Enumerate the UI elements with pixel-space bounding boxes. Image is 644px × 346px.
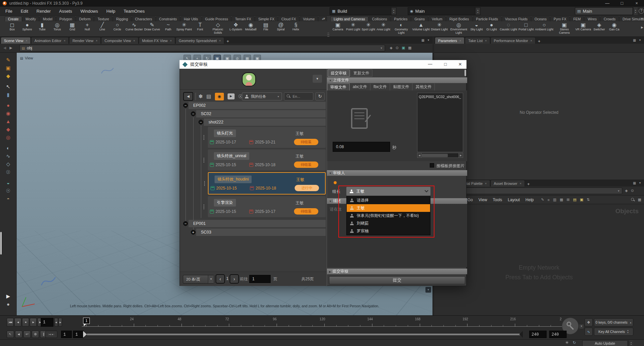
- desktop-spinner[interactable]: ▲▼: [391, 8, 396, 15]
- dialog-close-button[interactable]: ×: [454, 60, 466, 69]
- dialog-search-input[interactable]: En...: [284, 92, 313, 100]
- range-slider-right-handle[interactable]: [519, 331, 523, 338]
- shelf-tool[interactable]: □Portal Light: [518, 21, 535, 37]
- close-tab-icon[interactable]: ×: [133, 39, 135, 42]
- pane-tab[interactable]: Render View×: [69, 37, 101, 44]
- side-tool-icon[interactable]: ◇: [6, 160, 10, 168]
- audio-icon[interactable]: ◄: [15, 331, 22, 338]
- shelf-tool[interactable]: ▣Stereo Camera: [554, 21, 575, 37]
- side-tool-icon[interactable]: ◆: [6, 125, 10, 133]
- transport-button[interactable]: ◀: [14, 318, 21, 327]
- shelf-tool[interactable]: ▦Grid: [65, 21, 80, 37]
- network-tool-icon[interactable]: ✎: [541, 198, 544, 202]
- follow-icon[interactable]: ⊙: [631, 189, 634, 193]
- filter-icon[interactable]: ✽: [199, 93, 203, 99]
- shelf-tab[interactable]: Texture: [94, 16, 112, 21]
- side-tool-icon[interactable]: ●: [7, 101, 10, 109]
- task-card[interactable]: 镜头特效_houdini 王敏 2025-10-15 2025-10-18 进行…: [208, 172, 326, 195]
- shelf-tab[interactable]: Particles: [391, 16, 411, 21]
- shelf-tool[interactable]: ∿Curve Bezier: [125, 21, 143, 37]
- scene-path-field[interactable]: ▤ obj ▼: [19, 45, 385, 51]
- pane-caret-icon[interactable]: ▼: [427, 39, 430, 42]
- shelf-tab[interactable]: Create: [5, 16, 22, 21]
- shelf-tab[interactable]: Cloud FX: [278, 16, 299, 21]
- shelf-tab[interactable]: Rigging: [113, 16, 131, 21]
- side-tool-icon[interactable]: ◎: [6, 133, 10, 141]
- shelf-tool[interactable]: ●GI Light: [484, 21, 499, 37]
- file-type-tab[interactable]: 审核文件: [327, 83, 350, 90]
- side-tool-icon[interactable]: ▮: [7, 91, 9, 99]
- range-start-field-2[interactable]: 1: [73, 331, 84, 338]
- shelf-tab[interactable]: Crowds: [600, 16, 619, 21]
- submit-button[interactable]: 提交: [329, 276, 465, 284]
- shelf-tab[interactable]: Model: [39, 16, 56, 21]
- tab-submit-review[interactable]: 提交审核: [328, 69, 350, 77]
- tree-row-ep001[interactable]: EP001: [189, 220, 326, 227]
- shelf-tool[interactable]: ▲Volume Light: [412, 21, 430, 37]
- side-tool-icon[interactable]: ▲: [6, 117, 11, 125]
- pin-icon[interactable]: ◈: [390, 46, 392, 50]
- shelf-tool[interactable]: ✳Spot Light: [361, 21, 376, 37]
- expand-toggle[interactable]: +: [191, 230, 196, 235]
- dropdown-option[interactable]: 王敏: [347, 204, 430, 212]
- shelf-tab[interactable]: Lights and Cameras: [330, 16, 368, 21]
- task-card[interactable]: 镜头特效_unreal 王敏 2025-10-15 2025-10-18 待组装: [208, 149, 326, 170]
- shelf-tool[interactable]: ◈Switcher: [592, 21, 607, 37]
- viewport-camera-menu[interactable]: ▤ View: [20, 56, 33, 60]
- tree-row-sc03[interactable]: SC03: [196, 229, 326, 236]
- current-frame-field[interactable]: 1: [41, 318, 53, 327]
- side-tool-icon[interactable]: ☉: [6, 168, 10, 176]
- frame-back-button[interactable]: ◀|: [54, 318, 58, 327]
- shelf-tool[interactable]: ❖L-System: [228, 21, 243, 37]
- cook-mode-icon[interactable]: ✳: [565, 340, 569, 345]
- filter-icon[interactable]: ▶: [228, 93, 235, 99]
- shelf-tab[interactable]: Deform: [76, 16, 94, 21]
- network-menu-item[interactable]: View: [478, 198, 487, 202]
- side-tool-icon[interactable]: ◒: [7, 179, 10, 187]
- shelf-tab[interactable]: Simple FX: [255, 16, 278, 21]
- pane-tab[interactable]: Parameters×: [435, 37, 464, 44]
- desktop-selector[interactable]: ▦ Build ▲▼: [330, 7, 396, 15]
- shelf-tab[interactable]: Rigid Bodies: [446, 16, 472, 21]
- forward-nav-icon[interactable]: ▶: [9, 46, 12, 50]
- shelf-tool[interactable]: ▣VR Camera: [575, 21, 592, 37]
- main-spinner[interactable]: ▲▼: [475, 8, 480, 15]
- timeline-ruler[interactable]: 244872961201441681922162 1: [62, 316, 562, 330]
- shelf-tab[interactable]: Viscous Fluids: [502, 16, 531, 21]
- upload-section-header[interactable]: ▼上传文件: [327, 77, 467, 83]
- pane-tab[interactable]: Motion FX View×: [139, 37, 175, 44]
- close-tab-icon[interactable]: ×: [170, 39, 172, 42]
- collapse-toggle[interactable]: −: [199, 120, 203, 124]
- network-search-icon[interactable]: [631, 198, 635, 202]
- side-tool-icon[interactable]: ◐: [7, 144, 10, 152]
- file-type-tab[interactable]: abc文件: [350, 83, 370, 90]
- network-tool-icon[interactable]: ▣: [580, 198, 583, 202]
- my-tasks-dropdown[interactable]: 我的任务 ▾: [242, 92, 282, 100]
- shelf-tab[interactable]: Polygon: [56, 16, 75, 21]
- close-tab-icon[interactable]: ×: [485, 39, 487, 42]
- shelf-tool[interactable]: ◌Caustic Light: [499, 21, 518, 37]
- keys-info-box[interactable]: 0 keys, 0/0 channels▲: [594, 318, 633, 326]
- network-menu-item[interactable]: Go: [467, 198, 473, 202]
- close-button[interactable]: ×: [629, 0, 644, 7]
- refresh-button[interactable]: ↻: [315, 92, 325, 100]
- duration-input[interactable]: 0.08: [333, 142, 390, 152]
- update-mode-selector[interactable]: Auto Update: [582, 340, 628, 346]
- shelf-tab[interactable]: Grains: [411, 16, 428, 21]
- left-edge-scrollbar[interactable]: [0, 232, 2, 255]
- pane-menu-icon[interactable]: ▦: [633, 181, 636, 185]
- dialog-minimize-button[interactable]: —: [425, 60, 435, 69]
- shelf-tool[interactable]: TFont: [193, 21, 208, 37]
- shelf-tab[interactable]: Pyro FX: [550, 16, 570, 21]
- reviewer-section-header[interactable]: ▼审核人: [327, 170, 467, 176]
- shelf-tool[interactable]: ◎Environment Light: [448, 21, 469, 37]
- dropdown-option[interactable]: 罗宸楠: [347, 227, 430, 235]
- transport-button[interactable]: ■: [22, 318, 29, 327]
- network-tool-icon[interactable]: ⊞: [567, 198, 570, 202]
- prev-page-button[interactable]: ‹: [216, 274, 225, 284]
- back-nav-icon[interactable]: ◀: [3, 46, 6, 50]
- add-pane-tab-button[interactable]: +: [536, 39, 543, 44]
- scroll-thumb[interactable]: [422, 154, 448, 157]
- menu-item[interactable]: Help: [106, 9, 115, 14]
- channel-graph-icon[interactable]: ∿: [585, 328, 593, 336]
